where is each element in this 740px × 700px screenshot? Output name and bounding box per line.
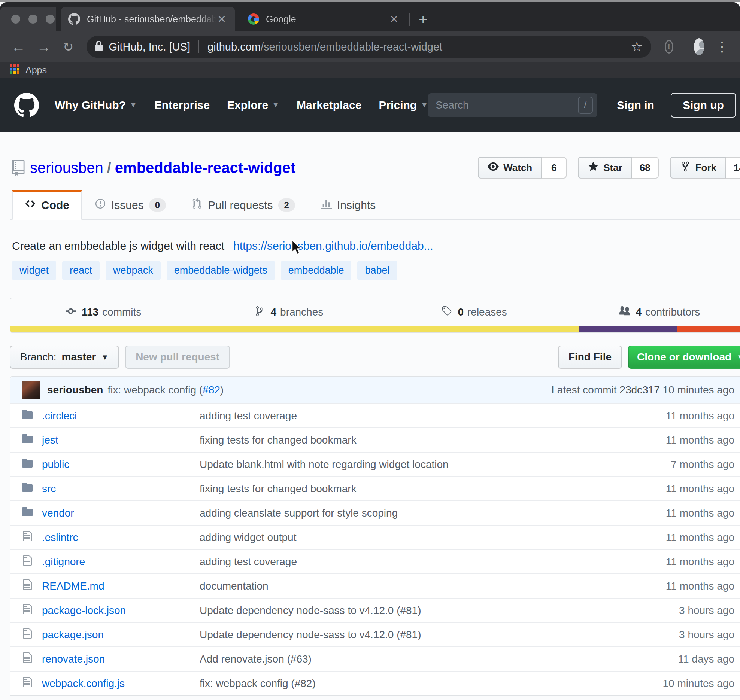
topic-embeddable-widgets[interactable]: embeddable-widgets	[167, 261, 275, 280]
stat-releases[interactable]: 0releases	[382, 298, 567, 326]
file-icon	[22, 627, 33, 642]
window-close-button[interactable]	[11, 15, 20, 24]
repo-website-link[interactable]: https://seriousben.github.io/embeddab...	[233, 240, 433, 252]
stat-contributors[interactable]: 4contributors	[567, 298, 740, 326]
watch-button[interactable]: Watch	[478, 157, 542, 179]
search-input[interactable]	[436, 99, 578, 111]
tab-close-icon[interactable]: ✕	[388, 13, 400, 25]
tab-close-icon[interactable]: ✕	[216, 13, 228, 25]
tab-title: GitHub - seriousben/embeddab	[87, 14, 216, 25]
nav-item-label: Enterprise	[154, 99, 210, 112]
file-link[interactable]: vendor	[42, 507, 74, 519]
fork-count[interactable]: 14	[726, 157, 740, 179]
extension-icon[interactable]: !	[665, 40, 674, 54]
commit-message-link[interactable]: adding widget output	[200, 532, 296, 543]
nav-item-pricing[interactable]: Pricing▼	[379, 99, 428, 112]
fork-button[interactable]: Fork	[670, 157, 726, 179]
file-link[interactable]: webpack.config.js	[42, 678, 125, 690]
tab-pull-requests[interactable]: Pull requests2	[179, 190, 308, 220]
language-bar[interactable]	[10, 326, 740, 332]
tab-code[interactable]: Code	[12, 190, 82, 220]
stat-value: 113	[82, 306, 98, 318]
repo-name-link[interactable]: embeddable-react-widget	[115, 159, 295, 176]
browser-profile-avatar[interactable]	[694, 38, 704, 55]
window-zoom-button[interactable]	[46, 15, 55, 24]
file-age: 7 months ago	[671, 459, 740, 471]
file-link[interactable]: public	[42, 459, 69, 471]
apps-bookmark-label[interactable]: Apps	[25, 65, 47, 76]
commit-message-link[interactable]: fix: webpack config (#82)	[200, 678, 316, 689]
commit-message-link[interactable]: fixing tests for changed bookmark	[200, 483, 357, 494]
sign-up-button[interactable]: Sign up	[671, 93, 736, 118]
commit-message-link[interactable]: documentation	[200, 580, 269, 592]
commit-message-cell: Update blank.html with note regarding wi…	[200, 459, 671, 471]
clone-or-download-button[interactable]: Clone or download ▼	[628, 346, 740, 369]
commit-message-link[interactable]: adding cleanslate support for style scop…	[200, 507, 398, 519]
commit-sha-link[interactable]: 23dc317	[619, 384, 659, 396]
stat-branches[interactable]: 4branches	[196, 298, 381, 326]
file-link[interactable]: .eslintrc	[42, 532, 78, 544]
bookmark-star-icon[interactable]: ☆	[631, 39, 643, 55]
action-label: Fork	[695, 162, 716, 174]
pr-link[interactable]: #82	[203, 384, 220, 396]
commit-message-link[interactable]: fixing tests for changed bookmark	[200, 434, 357, 446]
forward-icon[interactable]: →	[37, 39, 51, 55]
nav-item-explore[interactable]: Explore▼	[227, 99, 279, 112]
browser-menu-icon[interactable]: ⋮	[715, 39, 730, 55]
stat-value: 4	[270, 306, 276, 318]
github-logo-icon[interactable]	[14, 93, 39, 118]
nav-item-enterprise[interactable]: Enterprise	[154, 99, 210, 112]
file-link[interactable]: package-lock.json	[42, 605, 126, 617]
author-avatar[interactable]	[22, 381, 40, 399]
commit-message-link[interactable]: adding test coverage	[200, 556, 297, 567]
watch-count[interactable]: 6	[542, 157, 567, 179]
repo-action-star: Star68	[578, 157, 659, 179]
browser-tab-google[interactable]: Google ✕	[240, 7, 407, 31]
star-button[interactable]: Star	[578, 157, 632, 179]
new-pull-request-button[interactable]: New pull request	[125, 346, 230, 369]
browser-tab-github[interactable]: GitHub - seriousben/embeddab ✕	[61, 7, 235, 31]
topic-babel[interactable]: babel	[357, 261, 397, 280]
commit-message-link[interactable]: Update dependency node-sass to v4.12.0 (…	[200, 605, 421, 616]
window-minimize-button[interactable]	[28, 15, 37, 24]
new-tab-button[interactable]: +	[419, 12, 427, 27]
nav-item-why-github-[interactable]: Why GitHub?▼	[55, 99, 137, 112]
folder-icon	[22, 457, 33, 472]
file-link[interactable]: .gitignore	[42, 556, 85, 568]
commit-author-link[interactable]: seriousben	[47, 384, 103, 396]
stat-value: 4	[636, 306, 642, 318]
star-count[interactable]: 68	[632, 157, 659, 179]
topic-widget[interactable]: widget	[12, 261, 56, 280]
commit-message-link[interactable]: Add renovate.json (#63)	[200, 653, 312, 665]
sign-in-link[interactable]: Sign in	[617, 99, 654, 112]
topic-embeddable[interactable]: embeddable	[281, 261, 352, 280]
nav-item-marketplace[interactable]: Marketplace	[297, 99, 361, 112]
apps-grid-icon[interactable]	[10, 64, 19, 76]
tab-issues[interactable]: Issues0	[82, 190, 179, 220]
repo-owner-link[interactable]: seriousben	[30, 159, 103, 176]
topic-list: widgetreactwebpackembeddable-widgetsembe…	[10, 261, 740, 280]
branch-select-button[interactable]: Branch: master ▼	[10, 346, 119, 369]
back-icon[interactable]: ←	[11, 39, 25, 55]
reload-icon[interactable]: ↻	[63, 39, 74, 54]
file-link[interactable]: src	[42, 483, 56, 495]
github-search-box[interactable]: /	[428, 93, 597, 117]
commit-message-link[interactable]: Update blank.html with note regarding wi…	[200, 459, 449, 470]
file-link[interactable]: .circleci	[42, 410, 77, 422]
graph-icon	[321, 198, 332, 212]
topic-react[interactable]: react	[62, 261, 100, 280]
commit-message-link[interactable]: Update dependency node-sass to v4.12.0 (…	[200, 629, 421, 640]
file-link[interactable]: README.md	[42, 580, 104, 592]
find-file-button[interactable]: Find File	[558, 346, 622, 369]
stat-commits[interactable]: 113commits	[10, 298, 196, 326]
commit-message: fix: webpack config (#82)	[107, 384, 224, 396]
window-controls	[0, 7, 56, 31]
url-bar[interactable]: GitHub, Inc. [US] github.com/seriousben/…	[87, 36, 651, 58]
file-link[interactable]: package.json	[42, 629, 104, 641]
file-link[interactable]: renovate.json	[42, 653, 105, 665]
tab-insights[interactable]: Insights	[308, 190, 388, 220]
file-link[interactable]: jest	[42, 434, 58, 446]
commit-message-link[interactable]: adding test coverage	[200, 410, 297, 421]
eye-icon	[488, 161, 499, 175]
topic-webpack[interactable]: webpack	[106, 261, 161, 280]
